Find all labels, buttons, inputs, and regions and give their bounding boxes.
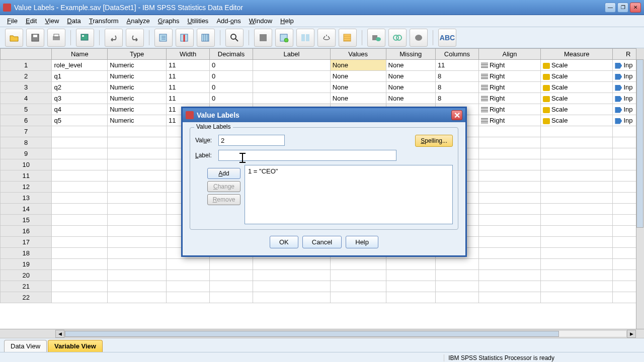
col-decimals[interactable]: Decimals (210, 49, 253, 60)
col-name[interactable]: Name (52, 49, 108, 60)
col-measure[interactable]: Measure (540, 49, 612, 60)
cell-measure[interactable]: Scale (540, 104, 612, 115)
menu-transform[interactable]: Transform (85, 16, 123, 26)
cell-align[interactable]: Right (478, 82, 540, 93)
split-file-icon[interactable] (296, 29, 314, 47)
cell-values[interactable]: None (330, 71, 386, 82)
row-number[interactable]: 1 (1, 60, 52, 71)
col-columns[interactable]: Columns (435, 49, 478, 60)
row-number[interactable]: 11 (1, 170, 52, 182)
tab-data-view[interactable]: Data View (4, 340, 47, 352)
menu-help[interactable]: Help (276, 16, 298, 26)
row-number[interactable]: 21 (1, 281, 52, 292)
col-align[interactable]: Align (478, 49, 540, 60)
weight-cases-icon[interactable] (317, 29, 336, 47)
col-type[interactable]: Type (108, 49, 167, 60)
cell-type[interactable]: Numeric (108, 82, 167, 93)
save-icon[interactable] (26, 29, 44, 47)
goto-case-icon[interactable] (154, 29, 173, 47)
row-number[interactable]: 22 (1, 292, 52, 303)
row-number[interactable]: 6 (1, 115, 52, 126)
menu-utilities[interactable]: Utilities (183, 16, 212, 26)
help-button[interactable]: Help (346, 236, 378, 248)
cell-measure[interactable]: Scale (540, 71, 612, 82)
row-number[interactable]: 4 (1, 93, 52, 104)
maximize-button[interactable]: ❐ (617, 3, 628, 13)
use-sets-icon[interactable] (388, 29, 407, 47)
value-input[interactable] (218, 135, 285, 146)
variables-icon[interactable] (197, 29, 215, 47)
row-number[interactable]: 17 (1, 237, 52, 248)
list-item[interactable]: 1 = "CEO" (248, 167, 449, 175)
cell-decimals[interactable]: 0 (210, 93, 253, 104)
cell-label[interactable] (253, 60, 331, 71)
spelling-button[interactable]: Spelling... (415, 135, 453, 147)
cell-columns[interactable]: 8 (435, 71, 478, 82)
cell-label[interactable] (253, 71, 331, 82)
label-input[interactable] (218, 150, 396, 161)
add-button[interactable]: Add (207, 168, 240, 179)
menu-file[interactable]: File (3, 16, 22, 26)
dialog-close-button[interactable]: ✕ (451, 110, 462, 120)
insert-case-icon[interactable] (254, 29, 272, 47)
cancel-button[interactable]: Cancel (302, 236, 342, 248)
cell-values[interactable]: None (330, 93, 386, 104)
row-number[interactable]: 20 (1, 270, 52, 281)
cell-columns[interactable]: 8 (435, 93, 478, 104)
tab-variable-view[interactable]: Variable View (48, 340, 103, 352)
close-button[interactable]: ✕ (630, 3, 641, 13)
cell-columns[interactable]: 11 (435, 60, 478, 71)
vertical-scrollbar[interactable] (636, 48, 644, 329)
scroll-left-button[interactable]: ◀ (55, 330, 64, 338)
cell-label[interactable] (253, 93, 331, 104)
dialog-titlebar[interactable]: Value Labels ✕ (183, 108, 465, 122)
cell-measure[interactable]: Scale (540, 60, 612, 71)
cell-measure[interactable]: Scale (540, 82, 612, 93)
row-number[interactable]: 3 (1, 82, 52, 93)
cell-type[interactable]: Numeric (108, 60, 167, 71)
goto-variable-icon[interactable] (176, 29, 194, 47)
table-row[interactable]: 3 q2 Numeric 11 0 None None 8 Right Scal… (1, 82, 644, 93)
row-number[interactable]: 16 (1, 226, 52, 237)
cell-columns[interactable]: 8 (435, 82, 478, 93)
cell-name[interactable]: q1 (52, 71, 108, 82)
find-icon[interactable] (225, 29, 244, 47)
value-labels-icon[interactable] (367, 29, 385, 47)
col-missing[interactable]: Missing (386, 49, 435, 60)
cell-measure[interactable]: Scale (540, 115, 612, 126)
spellcheck-icon[interactable]: ABC (438, 29, 456, 47)
row-number[interactable]: 9 (1, 148, 52, 159)
cell-align[interactable]: Right (478, 104, 540, 115)
cell-align[interactable]: Right (478, 60, 540, 71)
open-icon[interactable] (5, 29, 23, 47)
menu-addons[interactable]: Add-ons (212, 16, 245, 26)
remove-button[interactable]: Remove (207, 194, 240, 205)
cell-width[interactable]: 11 (166, 93, 209, 104)
minimize-button[interactable]: — (605, 3, 616, 13)
cell-type[interactable]: Numeric (108, 104, 167, 115)
table-row[interactable]: 1 role_level Numeric 11 0 None None 11 R… (1, 60, 644, 71)
cell-type[interactable]: Numeric (108, 71, 167, 82)
row-number[interactable]: 2 (1, 71, 52, 82)
cell-name[interactable]: q3 (52, 93, 108, 104)
row-number[interactable]: 8 (1, 137, 52, 148)
value-labels-listbox[interactable]: 1 = "CEO" (245, 165, 453, 224)
cell-align[interactable]: Right (478, 71, 540, 82)
row-number[interactable]: 14 (1, 204, 52, 215)
col-width[interactable]: Width (166, 49, 209, 60)
col-values[interactable]: Values (330, 49, 386, 60)
table-row[interactable]: 19 (1, 259, 644, 270)
scroll-right-button[interactable]: ▶ (627, 330, 636, 338)
cell-decimals[interactable]: 0 (210, 71, 253, 82)
change-button[interactable]: Change (207, 181, 240, 192)
row-number[interactable]: 7 (1, 126, 52, 137)
cell-label[interactable] (253, 82, 331, 93)
row-number[interactable]: 19 (1, 259, 52, 270)
table-row[interactable]: 21 (1, 281, 644, 292)
cell-decimals[interactable]: 0 (210, 82, 253, 93)
ok-button[interactable]: OK (270, 236, 298, 248)
table-row[interactable]: 4 q3 Numeric 11 0 None None 8 Right Scal… (1, 93, 644, 104)
table-row[interactable]: 20 (1, 270, 644, 281)
cell-values[interactable]: None (330, 82, 386, 93)
cell-type[interactable]: Numeric (108, 115, 167, 126)
